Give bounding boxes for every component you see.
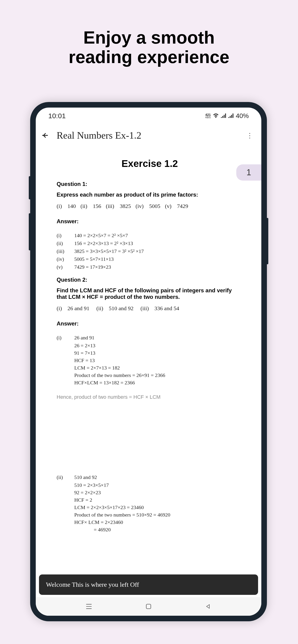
content-area[interactable]: Exercise 1.2 Question 1: Express each nu… — [36, 146, 261, 533]
more-button[interactable]: ⋮ — [247, 131, 257, 140]
back-button[interactable] — [40, 131, 50, 140]
battery-text: 40% — [236, 112, 249, 120]
page-number-badge: 1 — [236, 164, 261, 180]
back-nav-button[interactable] — [204, 602, 212, 610]
phone-screen: 10:01 421 KB/S 40% — [36, 108, 261, 616]
verification-note: Hence, product of two numbers = HCF × LC… — [57, 394, 243, 400]
svg-rect-0 — [146, 604, 151, 609]
exercise-title: Exercise 1.2 — [57, 158, 243, 169]
network-speed-icon: 421 KB/S — [205, 113, 211, 119]
page-title: Real Numbers Ex-1.2 — [57, 130, 240, 141]
answer-2ii-block: (ii)510 and 92 510 = 2×3×5×17 92 = 2×2×2… — [57, 474, 243, 533]
recent-apps-button[interactable] — [85, 602, 93, 610]
power-button — [266, 218, 268, 264]
question-1-items: (i)140 (ii)156 (iii)3825 (iv)5005 (v)742… — [57, 203, 243, 209]
answer-2-label: Answer: — [57, 320, 243, 327]
question-2-label: Question 2: — [57, 276, 243, 283]
answer-2i-block: (i)26 and 91 26 = 2×13 91 = 7×13 HCF = 1… — [57, 335, 243, 386]
question-2-text: Find the LCM and HCF of the following pa… — [57, 287, 243, 300]
answer-1-label: Answer: — [57, 218, 243, 225]
volume-button — [29, 213, 31, 250]
status-time: 10:01 — [48, 112, 66, 120]
phone-frame: 10:01 421 KB/S 40% — [30, 102, 267, 621]
app-header: Real Numbers Ex-1.2 ⋮ — [36, 124, 261, 146]
navigation-bar — [36, 597, 261, 616]
signal-icon — [221, 112, 226, 120]
answer-1-block: (i)140 = 2×2×5×7 = 2² ×5×7 (ii)156 = 2×2… — [57, 232, 243, 270]
wifi-icon — [213, 112, 219, 120]
home-button[interactable] — [144, 602, 153, 610]
signal-icon-2 — [228, 112, 234, 120]
question-1-label: Question 1: — [57, 181, 243, 187]
toast-message: Welcome This is where you left Off — [39, 574, 258, 595]
question-2-items: (i)26 and 91 (ii)510 and 92 (iii)336 and… — [57, 305, 243, 312]
status-bar: 10:01 421 KB/S 40% — [36, 108, 261, 124]
status-right: 421 KB/S 40% — [205, 112, 249, 120]
volume-button — [29, 176, 31, 199]
question-1-text: Express each number as product of its pr… — [57, 192, 243, 198]
hero-title: Enjoy a smooth reading experience — [0, 0, 298, 66]
